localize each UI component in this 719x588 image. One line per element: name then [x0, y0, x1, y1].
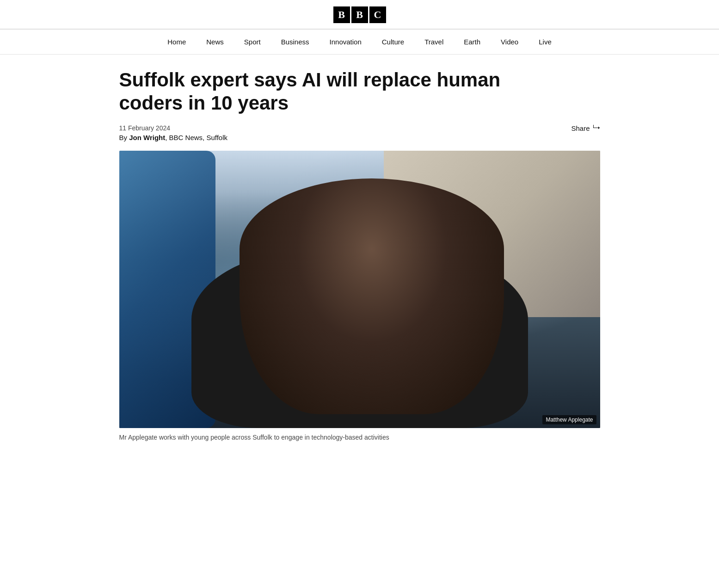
share-button[interactable]: Share ⮡	[571, 124, 600, 133]
article-image-wrapper: Matthew Applegate	[119, 151, 600, 428]
bbc-logo[interactable]: B B C	[333, 6, 386, 23]
article-main: Suffolk expert says AI will replace huma…	[105, 55, 614, 459]
nav-item-news[interactable]: News	[196, 30, 234, 54]
logo-letter-b1: B	[333, 6, 350, 23]
nav-item-business[interactable]: Business	[271, 30, 320, 54]
main-nav: Home News Sport Business Innovation Cult…	[0, 30, 719, 55]
article-date: 11 February 2024	[119, 124, 228, 132]
nav-item-sport[interactable]: Sport	[234, 30, 271, 54]
byline-suffix: , BBC News, Suffolk	[165, 134, 227, 141]
photo-scene	[119, 151, 600, 428]
site-header: B B C	[0, 0, 719, 29]
article-meta-left: 11 February 2024 By Jon Wright, BBC News…	[119, 124, 228, 141]
nav-item-home[interactable]: Home	[157, 30, 196, 54]
nav-item-video[interactable]: Video	[491, 30, 528, 54]
article-title: Suffolk expert says AI will replace huma…	[119, 68, 517, 115]
byline-prefix: By	[119, 134, 129, 141]
byline-author: Jon Wright	[129, 134, 165, 141]
article-meta: 11 February 2024 By Jon Wright, BBC News…	[119, 124, 600, 141]
share-label: Share	[571, 124, 590, 132]
article-caption: Mr Applegate works with young people acr…	[119, 434, 600, 441]
nav-item-live[interactable]: Live	[528, 30, 562, 54]
article-image: Matthew Applegate	[119, 151, 600, 428]
nav-item-earth[interactable]: Earth	[454, 30, 491, 54]
logo-letter-c: C	[369, 6, 386, 23]
article-byline: By Jon Wright, BBC News, Suffolk	[119, 134, 228, 141]
nav-item-travel[interactable]: Travel	[414, 30, 454, 54]
image-credit: Matthew Applegate	[542, 415, 596, 424]
share-icon: ⮡	[593, 124, 600, 133]
person	[240, 178, 504, 414]
nav-item-culture[interactable]: Culture	[372, 30, 414, 54]
nav-item-innovation[interactable]: Innovation	[320, 30, 372, 54]
logo-letter-b2: B	[351, 6, 368, 23]
